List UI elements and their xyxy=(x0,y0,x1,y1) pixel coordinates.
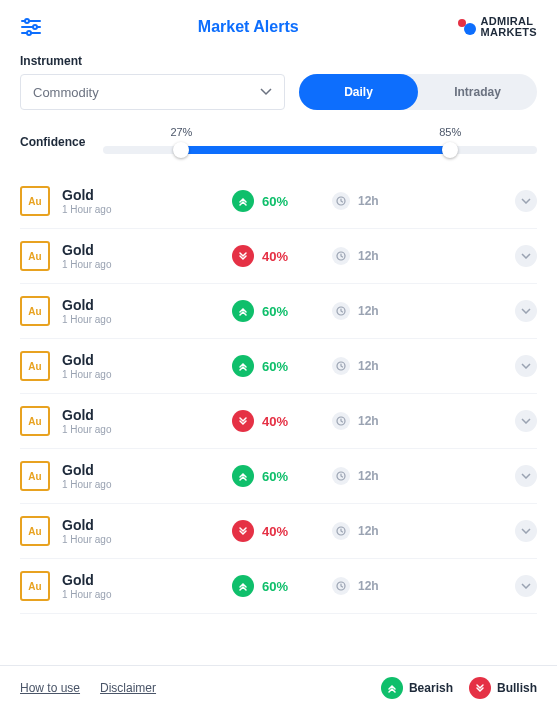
alert-list: AuGold1 Hour ago60%12hAuGold1 Hour ago40… xyxy=(0,174,557,626)
clock-icon xyxy=(332,467,350,485)
clock-icon xyxy=(332,357,350,375)
instrument-dropdown[interactable]: Commodity xyxy=(20,74,285,110)
horizon-value: 12h xyxy=(358,524,379,538)
disclaimer-link[interactable]: Disclaimer xyxy=(100,681,156,695)
direction-icon xyxy=(232,190,254,212)
alert-row: AuGold1 Hour ago40%12h xyxy=(20,504,537,559)
svg-point-7 xyxy=(464,23,476,35)
instrument-name: Gold xyxy=(62,407,232,424)
brand-text-2: MARKETS xyxy=(481,27,538,38)
direction-icon xyxy=(232,355,254,377)
clock-icon xyxy=(332,412,350,430)
confidence-pct: 40% xyxy=(262,524,288,539)
settings-icon[interactable] xyxy=(20,16,42,38)
instrument-name: Gold xyxy=(62,187,232,204)
symbol-badge: Au xyxy=(20,571,50,601)
brand-logo: ADMIRAL MARKETS xyxy=(455,16,538,38)
clock-icon xyxy=(332,302,350,320)
expand-row[interactable] xyxy=(515,410,537,432)
tab-daily[interactable]: Daily xyxy=(299,75,418,109)
slider-thumb-max[interactable] xyxy=(442,142,458,158)
expand-row[interactable] xyxy=(515,520,537,542)
symbol-badge: Au xyxy=(20,241,50,271)
alert-time: 1 Hour ago xyxy=(62,259,232,270)
alert-time: 1 Hour ago xyxy=(62,589,232,600)
direction-icon xyxy=(232,300,254,322)
clock-icon xyxy=(332,577,350,595)
svg-point-3 xyxy=(25,19,29,23)
direction-icon xyxy=(232,245,254,267)
alert-row: AuGold1 Hour ago40%12h xyxy=(20,229,537,284)
clock-icon xyxy=(332,192,350,210)
alert-row: AuGold1 Hour ago60%12h xyxy=(20,174,537,229)
confidence-slider[interactable]: 27% 85% xyxy=(103,130,537,154)
confidence-pct: 60% xyxy=(262,469,288,484)
instrument-name: Gold xyxy=(62,297,232,314)
svg-point-5 xyxy=(27,31,31,35)
tab-intraday[interactable]: Intraday xyxy=(418,75,537,109)
instrument-label: Instrument xyxy=(20,54,537,68)
direction-icon xyxy=(232,575,254,597)
page-title: Market Alerts xyxy=(198,18,299,36)
horizon-value: 12h xyxy=(358,249,379,263)
alert-time: 1 Hour ago xyxy=(62,479,232,490)
alert-row: AuGold1 Hour ago60%12h xyxy=(20,339,537,394)
expand-row[interactable] xyxy=(515,355,537,377)
horizon-value: 12h xyxy=(358,304,379,318)
alert-time: 1 Hour ago xyxy=(62,424,232,435)
symbol-badge: Au xyxy=(20,351,50,381)
confidence-pct: 40% xyxy=(262,414,288,429)
confidence-pct: 60% xyxy=(262,304,288,319)
horizon-value: 12h xyxy=(358,359,379,373)
slider-fill xyxy=(181,146,450,154)
direction-icon xyxy=(232,520,254,542)
instrument-name: Gold xyxy=(62,242,232,259)
expand-row[interactable] xyxy=(515,575,537,597)
alert-row: AuGold1 Hour ago40%12h xyxy=(20,394,537,449)
horizon-value: 12h xyxy=(358,469,379,483)
expand-row[interactable] xyxy=(515,190,537,212)
header: Market Alerts ADMIRAL MARKETS xyxy=(0,0,557,54)
bearish-icon xyxy=(381,677,403,699)
legend-bearish: Bearish xyxy=(381,677,453,699)
symbol-badge: Au xyxy=(20,186,50,216)
brand-dots-icon xyxy=(455,18,477,36)
expand-row[interactable] xyxy=(515,465,537,487)
footer: How to use Disclaimer Bearish Bullish xyxy=(0,665,557,709)
svg-point-6 xyxy=(458,19,466,27)
bullish-icon xyxy=(469,677,491,699)
confidence-label: Confidence xyxy=(20,135,85,149)
direction-icon xyxy=(232,410,254,432)
how-to-use-link[interactable]: How to use xyxy=(20,681,80,695)
svg-point-4 xyxy=(33,25,37,29)
instrument-name: Gold xyxy=(62,352,232,369)
alert-time: 1 Hour ago xyxy=(62,314,232,325)
alert-row: AuGold1 Hour ago60%12h xyxy=(20,284,537,339)
symbol-badge: Au xyxy=(20,296,50,326)
slider-thumb-min[interactable] xyxy=(173,142,189,158)
slider-min-value: 27% xyxy=(170,126,192,138)
symbol-badge: Au xyxy=(20,516,50,546)
confidence-pct: 60% xyxy=(262,579,288,594)
expand-row[interactable] xyxy=(515,245,537,267)
instrument-name: Gold xyxy=(62,462,232,479)
confidence-pct: 60% xyxy=(262,194,288,209)
alert-row: AuGold1 Hour ago60%12h xyxy=(20,559,537,614)
alert-row: AuGold1 Hour ago60%12h xyxy=(20,449,537,504)
confidence-pct: 60% xyxy=(262,359,288,374)
period-toggle: Daily Intraday xyxy=(299,74,537,110)
legend-bullish: Bullish xyxy=(469,677,537,699)
slider-max-value: 85% xyxy=(439,126,461,138)
alert-time: 1 Hour ago xyxy=(62,369,232,380)
alert-row: AuGold1 Hour ago60%12h xyxy=(20,614,537,626)
confidence-pct: 40% xyxy=(262,249,288,264)
symbol-badge: Au xyxy=(20,461,50,491)
chevron-down-icon xyxy=(260,88,272,96)
clock-icon xyxy=(332,247,350,265)
expand-row[interactable] xyxy=(515,300,537,322)
alert-time: 1 Hour ago xyxy=(62,534,232,545)
instrument-selected: Commodity xyxy=(33,85,99,100)
clock-icon xyxy=(332,522,350,540)
horizon-value: 12h xyxy=(358,194,379,208)
direction-icon xyxy=(232,465,254,487)
